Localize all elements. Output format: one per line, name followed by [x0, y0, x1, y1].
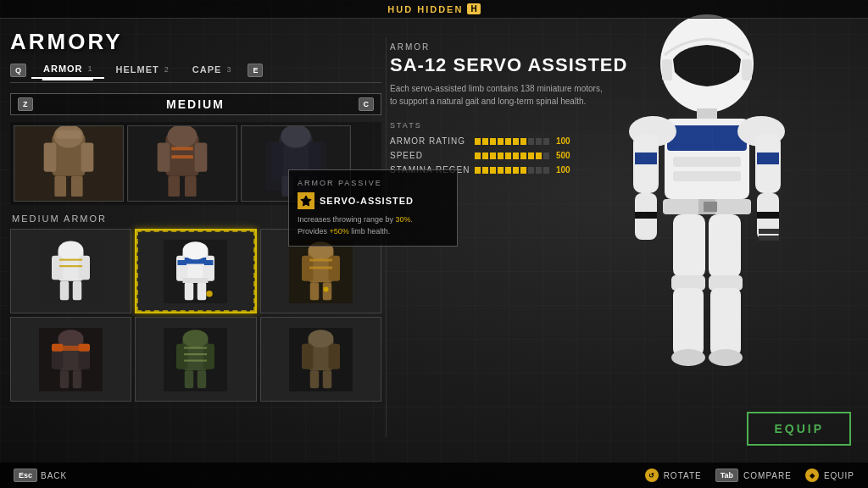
category-name: MEDIUM [166, 97, 225, 111]
hud-hidden-bar: HUD HIDDEN H [0, 0, 868, 19]
svg-rect-81 [310, 370, 320, 388]
tab-cape[interactable]: CAPE 3 [181, 63, 243, 78]
stat-name-armor: ARMOR RATING [390, 136, 475, 146]
bar-s7 [520, 152, 526, 159]
equip-button[interactable]: EQUIP [747, 412, 851, 446]
svg-rect-31 [73, 280, 82, 300]
stat-bars-stamina [475, 167, 549, 174]
page-title: ARMORY [10, 29, 381, 55]
svg-rect-33 [59, 258, 82, 260]
svg-point-83 [308, 330, 333, 347]
svg-rect-51 [310, 282, 320, 300]
passive-name: SERVO-ASSISTED [320, 196, 414, 206]
back-label: BACK [41, 471, 67, 480]
svg-rect-76 [184, 359, 207, 361]
svg-rect-36 [183, 249, 209, 282]
bar-s6 [513, 152, 519, 159]
passive-title: ARMOR PASSIVE [298, 179, 448, 187]
armor-item-6[interactable] [260, 317, 381, 402]
bar-6 [513, 138, 519, 145]
svg-rect-62 [73, 370, 82, 388]
rotate-label: ROTATE [664, 471, 702, 480]
bar-2 [482, 138, 488, 145]
svg-point-73 [183, 330, 209, 347]
stat-row-armor: ARMOR RATING 100 [390, 136, 687, 146]
armor-item-4[interactable] [10, 317, 131, 402]
svg-rect-79 [302, 343, 314, 369]
svg-point-46 [207, 291, 214, 297]
bar-r8 [528, 167, 534, 174]
featured-item-1[interactable] [14, 125, 124, 202]
stat-row-speed: SPEED 500 [390, 151, 687, 160]
nav-key-right[interactable]: E [248, 64, 263, 77]
hud-hidden-key: H [467, 3, 480, 14]
back-key[interactable]: Esc [14, 469, 37, 482]
svg-rect-3 [44, 143, 57, 172]
hud-hidden-label: HUD HIDDEN [387, 4, 463, 14]
item-info-panel: ARMOR SA-12 SERVO ASSISTED Each servo-as… [390, 42, 687, 188]
category-key-right[interactable]: C [359, 97, 375, 111]
bar-s8 [528, 152, 534, 159]
bar-r4 [498, 167, 504, 174]
compare-action[interactable]: Tab COMPARE [715, 469, 792, 482]
bar-r7 [520, 167, 526, 174]
tab-helmet[interactable]: HELMET 2 [104, 63, 181, 78]
bar-s2 [482, 152, 488, 159]
passive-header: SERVO-ASSISTED [298, 192, 448, 209]
bar-s10 [543, 152, 549, 159]
svg-rect-54 [309, 258, 332, 261]
bar-s1 [475, 152, 481, 159]
bar-s4 [498, 152, 504, 159]
svg-rect-80 [328, 343, 340, 369]
bar-4 [498, 138, 504, 145]
armor-item-1[interactable] [10, 229, 131, 313]
armor-item-2-selected[interactable] [135, 229, 256, 313]
nav-key-left[interactable]: Q [10, 64, 26, 77]
bar-s3 [490, 152, 496, 159]
stat-value-speed: 500 [556, 151, 570, 160]
stat-bars-speed [475, 152, 549, 159]
svg-rect-13 [168, 176, 180, 197]
tab-armor[interactable]: ARMOR 1 [31, 62, 104, 79]
bar-8 [528, 138, 534, 145]
svg-rect-38 [203, 255, 215, 280]
svg-rect-6 [71, 176, 83, 197]
svg-rect-35 [164, 240, 227, 303]
svg-rect-82 [323, 370, 332, 388]
svg-rect-66 [59, 346, 82, 351]
rotate-action[interactable]: ↺ ROTATE [645, 469, 702, 482]
svg-rect-41 [178, 260, 187, 265]
featured-item-2[interactable] [127, 125, 237, 202]
svg-rect-34 [59, 265, 82, 267]
svg-point-32 [58, 241, 84, 260]
svg-rect-8 [56, 130, 81, 139]
stat-value-stamina: 100 [556, 165, 570, 175]
svg-rect-43 [185, 258, 207, 264]
svg-rect-39 [185, 282, 194, 300]
bar-9 [536, 138, 542, 145]
bar-r3 [490, 167, 496, 174]
svg-rect-4 [81, 143, 94, 172]
bar-r9 [536, 167, 542, 174]
bottom-bar: Esc BACK ↺ ROTATE Tab COMPARE ◈ EQUIP [0, 463, 868, 488]
equip-bottom-action[interactable]: ◈ EQUIP [805, 469, 854, 482]
svg-point-44 [183, 241, 209, 259]
bar-r2 [482, 167, 488, 174]
bar-s9 [536, 152, 542, 159]
category-key-left[interactable]: Z [18, 97, 33, 111]
tab-navigation: Q ARMOR 1 HELMET 2 CAPE 3 E [10, 62, 381, 83]
bar-10 [543, 138, 549, 145]
passive-panel: ARMOR PASSIVE SERVO-ASSISTED Increases t… [288, 169, 458, 247]
bar-r6 [513, 167, 519, 174]
armor-item-5[interactable] [135, 317, 256, 402]
bar-3 [490, 138, 496, 145]
svg-rect-11 [158, 143, 170, 172]
svg-rect-71 [185, 370, 194, 388]
svg-rect-45 [183, 278, 209, 283]
stats-title: STATS [390, 121, 687, 130]
bottom-actions: ↺ ROTATE Tab COMPARE ◈ EQUIP [645, 469, 854, 482]
armor-grid [10, 229, 381, 402]
svg-rect-74 [184, 347, 207, 348]
svg-rect-30 [60, 280, 70, 300]
passive-description: Increases throwing range by 30%. Provide… [298, 214, 448, 237]
